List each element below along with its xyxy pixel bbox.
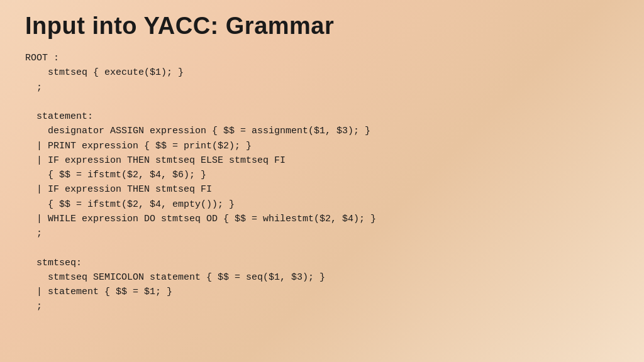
code-content: ROOT : stmtseq { execute($1); } ; statem… [25, 51, 619, 314]
page-title: Input into YACC: Grammar [25, 13, 619, 40]
